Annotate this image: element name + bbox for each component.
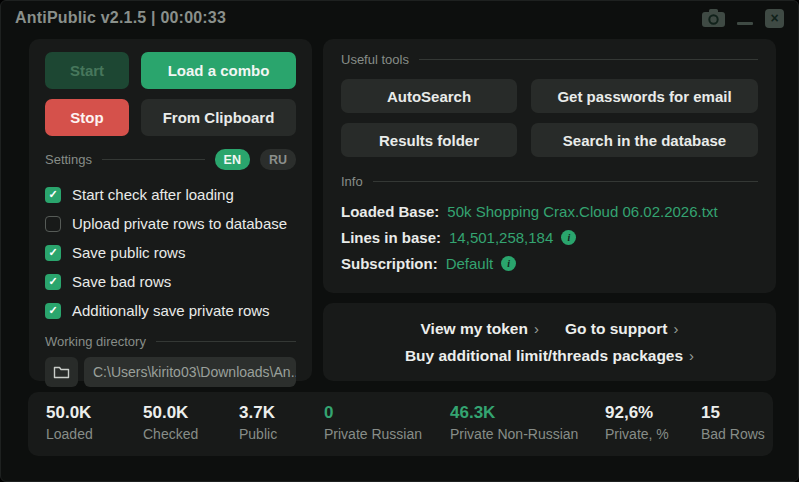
checkbox-label: Upload private rows to database bbox=[72, 215, 287, 232]
checkbox-unchecked-icon[interactable] bbox=[45, 216, 61, 232]
minimize-icon[interactable] bbox=[737, 22, 753, 25]
checkbox-label: Save public rows bbox=[72, 244, 185, 261]
folder-icon[interactable] bbox=[45, 357, 78, 387]
checkbox-label: Additionally save private rows bbox=[72, 302, 270, 319]
titlebar: AntiPublic v2.1.5 | 00:00:33 × bbox=[1, 1, 798, 35]
subscription-value: Default bbox=[446, 255, 494, 272]
from-clipboard-button[interactable]: From Clipboard bbox=[141, 99, 296, 136]
checkbox-save-public-rows[interactable]: ✓ Save public rows bbox=[45, 238, 296, 267]
language-toggle-en[interactable]: EN bbox=[215, 149, 250, 170]
settings-label: Settings bbox=[45, 152, 92, 167]
checkbox-checked-icon[interactable]: ✓ bbox=[45, 187, 61, 203]
links-row-bottom: Buy additional limit/threads packages › bbox=[405, 347, 694, 365]
stat-label: Private Russian bbox=[324, 426, 422, 442]
useful-tools-buttons: AutoSearch Get passwords for email Resul… bbox=[341, 79, 758, 157]
checkbox-checked-icon[interactable]: ✓ bbox=[45, 303, 61, 319]
stop-button[interactable]: Stop bbox=[45, 99, 129, 136]
divider bbox=[373, 181, 758, 182]
checkbox-checked-icon[interactable]: ✓ bbox=[45, 274, 61, 290]
divider bbox=[102, 159, 205, 160]
stat-value: 50.0K bbox=[46, 403, 93, 423]
info-icon[interactable]: i bbox=[501, 256, 516, 271]
stat-value: 92,6% bbox=[605, 403, 669, 423]
stat-private-percent: 92,6% Private, % bbox=[605, 403, 669, 442]
checkbox-additionally-save-private-rows[interactable]: ✓ Additionally save private rows bbox=[45, 296, 296, 325]
useful-tools-label: Useful tools bbox=[341, 52, 409, 67]
lines-in-base-row: Lines in base: 14,501,258,184 i bbox=[341, 224, 758, 250]
links-panel: View my token › Go to support › Buy addi… bbox=[323, 303, 776, 381]
start-button[interactable]: Start bbox=[45, 52, 129, 89]
stat-private-non-russian: 46.3K Private Non-Russian bbox=[450, 403, 578, 442]
stats-bar: 50.0K Loaded 50.0K Checked 3.7K Public 0… bbox=[28, 392, 773, 456]
stat-value: 3.7K bbox=[239, 403, 277, 423]
links-row-top: View my token › Go to support › bbox=[421, 320, 679, 338]
stat-value: 50.0K bbox=[143, 403, 198, 423]
check-icon: ✓ bbox=[48, 275, 57, 288]
stat-label: Loaded bbox=[46, 426, 93, 442]
stat-bad-rows: 15 Bad Rows bbox=[701, 403, 765, 442]
divider bbox=[419, 59, 758, 60]
chevron-right-icon: › bbox=[534, 320, 539, 337]
subscription-label: Subscription: bbox=[341, 255, 438, 272]
info-icon[interactable]: i bbox=[561, 230, 576, 245]
control-panel: Start Load a combo Stop From Clipboard S… bbox=[29, 39, 312, 381]
chevron-right-icon: › bbox=[689, 347, 694, 364]
buy-packages-link[interactable]: Buy additional limit/threads packages › bbox=[405, 347, 694, 365]
app-window: AntiPublic v2.1.5 | 00:00:33 × Start Loa… bbox=[0, 0, 799, 482]
action-buttons: Start Load a combo Stop From Clipboard bbox=[45, 52, 296, 136]
settings-header: Settings EN RU bbox=[45, 149, 296, 170]
link-label: Buy additional limit/threads packages bbox=[405, 347, 683, 365]
info-rows: Loaded Base: 50k Shopping Crax.Cloud 06.… bbox=[341, 198, 758, 276]
checkbox-checked-icon[interactable]: ✓ bbox=[45, 245, 61, 261]
info-header: Info bbox=[341, 174, 758, 189]
view-my-token-link[interactable]: View my token › bbox=[421, 320, 539, 338]
working-directory-path-input[interactable]: C:\Users\kirito03\Downloads\An... bbox=[84, 357, 296, 387]
checkbox-save-bad-rows[interactable]: ✓ Save bad rows bbox=[45, 267, 296, 296]
checkbox-label: Start check after loading bbox=[72, 186, 234, 203]
autosearch-button[interactable]: AutoSearch bbox=[341, 79, 517, 113]
loaded-base-label: Loaded Base: bbox=[341, 203, 439, 220]
chevron-right-icon: › bbox=[673, 320, 678, 337]
stat-value: 46.3K bbox=[450, 403, 578, 423]
loaded-base-value: 50k Shopping Crax.Cloud 06.02.2026.txt bbox=[447, 203, 717, 220]
link-label: View my token bbox=[421, 320, 528, 338]
load-combo-button[interactable]: Load a combo bbox=[141, 52, 296, 89]
useful-tools-header: Useful tools bbox=[341, 52, 758, 67]
stat-loaded: 50.0K Loaded bbox=[46, 403, 93, 442]
lines-in-base-label: Lines in base: bbox=[341, 229, 441, 246]
screenshot-camera-icon[interactable] bbox=[702, 9, 725, 27]
stat-private-russian: 0 Private Russian bbox=[324, 403, 422, 442]
close-icon[interactable]: × bbox=[765, 9, 784, 28]
checkbox-start-check-after-loading[interactable]: ✓ Start check after loading bbox=[45, 180, 296, 209]
window-controls: × bbox=[702, 9, 784, 28]
working-directory-header: Working directory bbox=[45, 334, 296, 349]
subscription-row: Subscription: Default i bbox=[341, 250, 758, 276]
stat-value: 15 bbox=[701, 403, 765, 423]
stat-label: Public bbox=[239, 426, 277, 442]
results-folder-button[interactable]: Results folder bbox=[341, 123, 517, 157]
settings-checkboxes: ✓ Start check after loading Upload priva… bbox=[45, 180, 296, 325]
working-directory-row: C:\Users\kirito03\Downloads\An... bbox=[45, 357, 296, 387]
stat-label: Private, % bbox=[605, 426, 669, 442]
get-passwords-for-email-button[interactable]: Get passwords for email bbox=[531, 79, 758, 113]
tools-info-panel: Useful tools AutoSearch Get passwords fo… bbox=[323, 39, 776, 293]
link-label: Go to support bbox=[565, 320, 667, 338]
check-icon: ✓ bbox=[48, 246, 57, 259]
loaded-base-row: Loaded Base: 50k Shopping Crax.Cloud 06.… bbox=[341, 198, 758, 224]
stat-label: Private Non-Russian bbox=[450, 426, 578, 442]
stat-checked: 50.0K Checked bbox=[143, 403, 198, 442]
check-icon: ✓ bbox=[48, 188, 57, 201]
stat-value: 0 bbox=[324, 403, 422, 423]
stat-label: Bad Rows bbox=[701, 426, 765, 442]
window-title: AntiPublic v2.1.5 | 00:00:33 bbox=[15, 9, 226, 27]
search-in-database-button[interactable]: Search in the database bbox=[531, 123, 758, 157]
lines-in-base-value: 14,501,258,184 bbox=[449, 229, 553, 246]
info-label: Info bbox=[341, 174, 363, 189]
working-directory-label: Working directory bbox=[45, 334, 146, 349]
checkbox-upload-private-rows[interactable]: Upload private rows to database bbox=[45, 209, 296, 238]
check-icon: ✓ bbox=[48, 304, 57, 317]
go-to-support-link[interactable]: Go to support › bbox=[565, 320, 678, 338]
language-toggle-ru[interactable]: RU bbox=[260, 149, 296, 170]
stat-label: Checked bbox=[143, 426, 198, 442]
checkbox-label: Save bad rows bbox=[72, 273, 171, 290]
